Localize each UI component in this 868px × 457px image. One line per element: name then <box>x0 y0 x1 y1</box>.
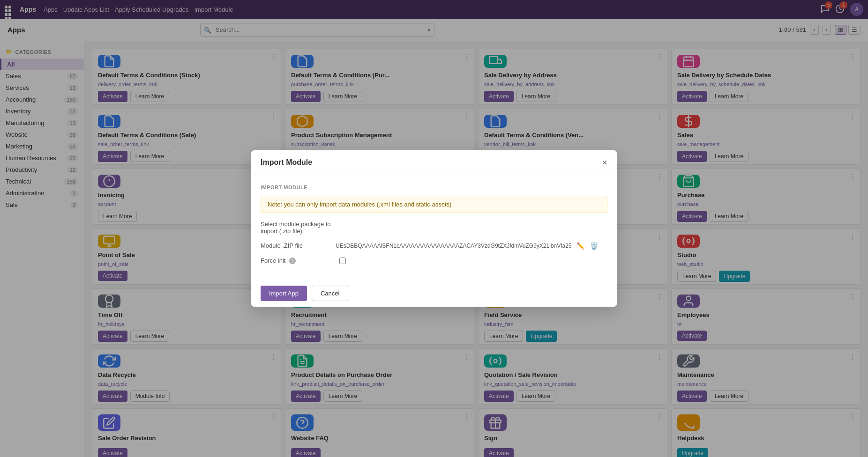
force-init-help-icon[interactable]: ? <box>289 258 296 264</box>
modal-note: Note: you can only import data modules (… <box>261 196 607 213</box>
modal-note-text: Note: you can only import data modules (… <box>268 201 451 208</box>
select-module-row: Select module package to import (.zip fi… <box>261 221 607 235</box>
force-init-row: Force init ? <box>261 257 607 265</box>
import-module-modal: Import Module × IMPORT MODULE Note: you … <box>251 150 617 307</box>
modal-title: Import Module <box>261 158 312 167</box>
module-zip-label: Module .ZIP file <box>261 242 336 249</box>
force-init-label: Force init ? <box>261 257 336 265</box>
modal-footer: Import App Cancel <box>251 280 617 307</box>
module-zip-value: UEsDBBQAAAAAlSFN1cAAAAAAAAAAAAAAAAZACAY3… <box>336 241 607 251</box>
cancel-button[interactable]: Cancel <box>312 286 348 301</box>
modal-overlay[interactable]: Import Module × IMPORT MODULE Note: you … <box>0 0 868 457</box>
edit-zip-button[interactable]: ✏️ <box>576 241 585 251</box>
import-app-button[interactable]: Import App <box>261 286 307 301</box>
modal-header: Import Module × <box>251 150 617 175</box>
select-label: Select module package to import (.zip fi… <box>261 221 336 235</box>
zip-text: UEsDBBQAAAAAlSFN1cAAAAAAAAAAAAAAAAZACAY3… <box>336 243 572 249</box>
module-zip-row: Module .ZIP file UEsDBBQAAAAAlSFN1cAAAAA… <box>261 241 607 251</box>
force-init-checkbox[interactable] <box>339 258 346 264</box>
modal-close-button[interactable]: × <box>602 158 607 167</box>
delete-zip-button[interactable]: 🗑️ <box>589 241 599 251</box>
modal-body: IMPORT MODULE Note: you can only import … <box>251 175 617 280</box>
modal-section-label: IMPORT MODULE <box>261 184 607 190</box>
